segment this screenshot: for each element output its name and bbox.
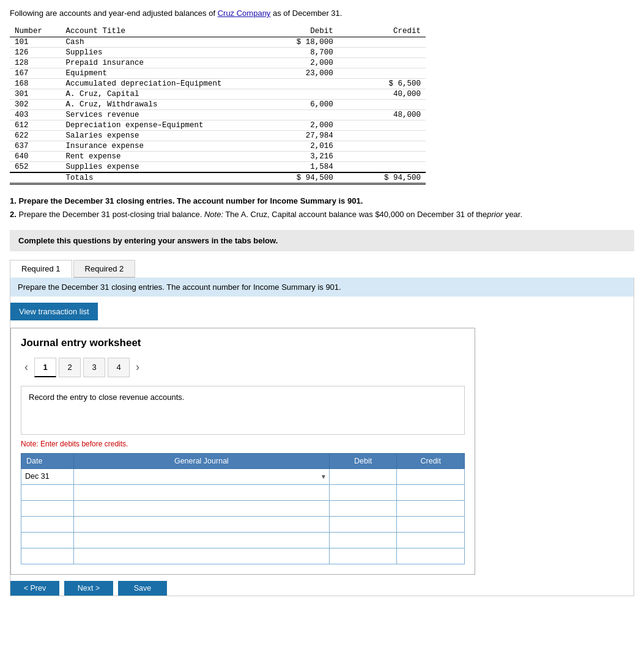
next-page-button[interactable]: › [132, 361, 143, 374]
jt-header-gj: General Journal [74, 453, 330, 468]
record-entry-box: Record the entry to close revenue accoun… [21, 386, 465, 435]
journal-gj-cell[interactable] [74, 516, 330, 532]
account-debit: 8,700 [251, 47, 338, 57]
prev-page-button[interactable]: ‹ [21, 361, 32, 374]
account-number: 612 [10, 120, 61, 130]
account-debit: 2,000 [251, 120, 338, 130]
journal-credit-cell[interactable] [397, 532, 465, 548]
account-debit [251, 89, 338, 99]
journal-gj-cell[interactable] [74, 548, 330, 564]
journal-gj-cell[interactable] [74, 500, 330, 516]
journal-debit-cell[interactable] [329, 500, 397, 516]
account-number: 168 [10, 78, 61, 89]
journal-gj-input[interactable] [76, 504, 327, 512]
journal-credit-cell[interactable] [397, 500, 465, 516]
journal-credit-input[interactable] [399, 472, 462, 481]
account-credit: 40,000 [338, 89, 426, 99]
account-debit: 1,584 [251, 161, 338, 172]
bottom-next-button[interactable]: Next > [64, 581, 113, 596]
page-tab-2[interactable]: 2 [59, 358, 81, 377]
journal-credit-cell[interactable] [397, 468, 465, 484]
journal-gj-input[interactable] [76, 536, 327, 544]
account-credit [338, 151, 426, 161]
journal-debit-input[interactable] [332, 520, 394, 528]
dropdown-arrow-icon[interactable]: ▼ [320, 473, 327, 480]
journal-debit-input[interactable] [332, 552, 394, 560]
table-row: 167 Equipment 23,000 [10, 68, 426, 78]
journal-credit-cell[interactable] [397, 516, 465, 532]
tab-required-2[interactable]: Required 2 [73, 260, 136, 278]
journal-debit-cell[interactable] [329, 548, 397, 564]
journal-credit-input[interactable] [399, 488, 462, 497]
journal-credit-cell[interactable] [397, 548, 465, 564]
journal-credit-input[interactable] [399, 520, 462, 528]
journal-row: Dec 31 ▼ [21, 468, 465, 484]
company-link[interactable]: Cruz Company [218, 9, 271, 18]
account-title: Supplies [61, 47, 251, 57]
table-row: 301 A. Cruz, Capital 40,000 [10, 89, 426, 99]
journal-date-cell [21, 532, 74, 548]
info-bar: Prepare the December 31 closing entries.… [10, 278, 634, 297]
tab-required-1[interactable]: Required 1 [10, 260, 72, 278]
journal-gj-cell[interactable] [74, 532, 330, 548]
account-credit [338, 47, 426, 57]
page-tab-3[interactable]: 3 [83, 358, 105, 377]
col-header-credit: Credit [338, 26, 426, 37]
journal-gj-input[interactable] [76, 488, 327, 497]
account-number: 403 [10, 109, 61, 120]
worksheet-box: Journal entry worksheet ‹ 1 2 3 4 › Reco… [10, 328, 475, 575]
account-credit [338, 57, 426, 68]
journal-gj-cell[interactable]: ▼ [74, 468, 330, 484]
journal-date-cell [21, 516, 74, 532]
account-title: Supplies expense [61, 161, 251, 172]
account-title: Prepaid insurance [61, 57, 251, 68]
account-debit: $ 18,000 [251, 37, 338, 47]
tabs-container: Required 1 Required 2 [10, 260, 634, 278]
journal-credit-input[interactable] [399, 504, 462, 512]
account-credit [338, 68, 426, 78]
nav-row: ‹ 1 2 3 4 › [21, 358, 465, 377]
journal-debit-input[interactable] [332, 472, 394, 481]
journal-credit-cell[interactable] [397, 484, 465, 500]
journal-debit-cell[interactable] [329, 468, 397, 484]
account-title: Salaries expense [61, 130, 251, 141]
account-title: Services revenue [61, 109, 251, 120]
bottom-nav: < Prev Next > Save [10, 581, 634, 596]
account-debit: 3,216 [251, 151, 338, 161]
journal-gj-input[interactable] [76, 472, 327, 481]
journal-row [21, 532, 465, 548]
journal-gj-input[interactable] [76, 552, 327, 560]
page-tab-4[interactable]: 4 [108, 358, 130, 377]
journal-credit-input[interactable] [399, 552, 462, 560]
col-header-number: Number [10, 26, 61, 37]
account-debit: 27,984 [251, 130, 338, 141]
journal-gj-cell[interactable] [74, 484, 330, 500]
account-number: 167 [10, 68, 61, 78]
account-title: Insurance expense [61, 141, 251, 151]
table-row: 128 Prepaid insurance 2,000 [10, 57, 426, 68]
complete-box: Complete this questions by entering your… [10, 230, 634, 251]
col-header-debit: Debit [251, 26, 338, 37]
view-transaction-list-button[interactable]: View transaction list [10, 303, 98, 320]
page-tab-1[interactable]: 1 [34, 358, 56, 377]
journal-debit-cell[interactable] [329, 516, 397, 532]
journal-gj-input[interactable] [76, 520, 327, 528]
journal-debit-input[interactable] [332, 504, 394, 512]
account-title: Depreciation expense–Equipment [61, 120, 251, 130]
journal-debit-input[interactable] [332, 536, 394, 544]
journal-debit-cell[interactable] [329, 484, 397, 500]
account-title: A. Cruz, Capital [61, 89, 251, 99]
table-row: 640 Rent expense 3,216 [10, 151, 426, 161]
totals-debit: $ 94,500 [251, 172, 338, 184]
journal-debit-cell[interactable] [329, 532, 397, 548]
accounts-table: Number Account Title Debit Credit 101 Ca… [10, 26, 426, 185]
bottom-save-button[interactable]: Save [118, 581, 167, 596]
complete-box-text: Complete this questions by entering your… [18, 236, 278, 245]
instruction-2-bold: 2. [10, 210, 17, 219]
journal-debit-input[interactable] [332, 488, 394, 497]
journal-credit-input[interactable] [399, 536, 462, 544]
bottom-prev-button[interactable]: < Prev [10, 581, 59, 596]
totals-label: Totals [61, 172, 251, 184]
table-row: 652 Supplies expense 1,584 [10, 161, 426, 172]
journal-date-cell: Dec 31 [21, 468, 74, 484]
